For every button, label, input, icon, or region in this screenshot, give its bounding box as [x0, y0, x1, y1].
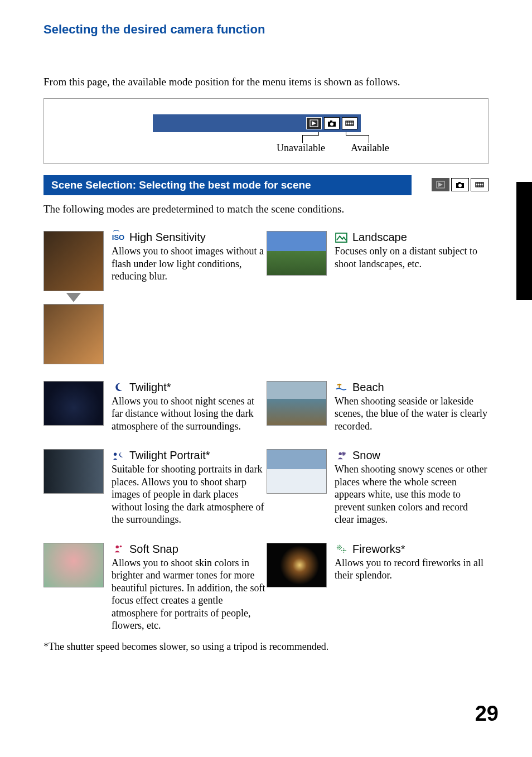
svg-point-24 [114, 452, 117, 455]
scene-fireworks: Fireworks* Allows you to record firework… [267, 543, 490, 632]
scene-description: When shooting seaside or lakeside scenes… [335, 395, 490, 433]
page-number: 29 [475, 702, 499, 726]
svg-line-37 [337, 546, 338, 546]
playback-mode-icon [306, 117, 322, 129]
scene-thumbnail [43, 543, 104, 587]
iso-icon: ⌒ISO [112, 232, 125, 243]
scene-thumbnail [43, 304, 104, 364]
section-subtitle: The following modes are predetermined to… [43, 203, 489, 215]
camera-mode-icon [451, 178, 469, 191]
scene-thumbnail [267, 543, 327, 587]
svg-point-32 [339, 547, 340, 548]
scene-description: Allows you to shoot skin colors in brigh… [112, 557, 267, 632]
beach-icon [335, 382, 348, 393]
scene-description: Allows you to shoot night scenes at far … [112, 395, 267, 433]
svg-rect-14 [458, 182, 461, 184]
footnote: *The shutter speed becomes slower, so us… [43, 641, 489, 653]
scene-thumbnail [267, 449, 327, 494]
svg-point-4 [330, 123, 333, 126]
scene-description: Suitable for shooting portraits in dark … [112, 463, 267, 526]
scene-snow: Snow When shooting snowy scenes or other… [267, 449, 490, 526]
section-mode-icons [432, 177, 489, 192]
svg-point-41 [344, 550, 345, 551]
svg-point-30 [116, 546, 119, 548]
landscape-icon [335, 232, 348, 243]
scene-thumbnail [267, 231, 327, 276]
svg-rect-3 [330, 120, 332, 122]
scene-description: Allows you to shoot images without a fla… [112, 245, 267, 283]
scene-landscape: Landscape Focuses only on a distant subj… [267, 231, 490, 364]
scene-beach: Beach When shooting seaside or lakeside … [267, 381, 490, 433]
twilight-portrait-icon [112, 450, 125, 461]
svg-point-15 [458, 184, 462, 187]
scene-title-text: Twilight Portrait* [129, 449, 210, 462]
unavailable-label: Unavailable [277, 142, 325, 154]
scene-thumbnail [267, 381, 327, 426]
scene-description: Allows you to record fireworks in all th… [335, 557, 490, 582]
available-label: Available [351, 142, 389, 154]
scene-title-text: Fireworks* [352, 543, 405, 556]
svg-line-40 [337, 548, 338, 549]
scene-title-text: Beach [352, 381, 384, 394]
scene-soft-snap: Soft Snap Allows you to shoot skin color… [43, 543, 267, 632]
movie-mode-icon [471, 178, 489, 191]
arrow-down-icon: ▼ [61, 292, 86, 302]
scene-description: When shooting snowy scenes or other plac… [335, 463, 490, 526]
scene-description: Focuses only on a distant subject to sho… [335, 245, 490, 270]
svg-line-38 [340, 548, 341, 549]
scene-title-text: Snow [352, 449, 380, 462]
fireworks-icon [335, 543, 348, 555]
svg-point-31 [120, 546, 122, 548]
scene-twilight-portrait: Twilight Portrait* Suitable for shooting… [43, 449, 267, 526]
moon-icon [112, 382, 125, 393]
scene-high-sensitivity: ▼ ⌒ISO High Sensitivity Allows you to sh… [43, 231, 267, 364]
svg-marker-0 [312, 121, 316, 126]
intro-text: From this page, the available mode posit… [43, 76, 489, 88]
mode-availability-diagram: Unavailable Available [43, 98, 489, 164]
svg-marker-11 [438, 182, 443, 187]
scene-thumbnail [43, 231, 104, 291]
scene-twilight: Twilight* Allows you to shoot night scen… [43, 381, 267, 433]
section-heading: Scene Selection: Selecting the best mode… [43, 175, 412, 195]
page-title: Selecting the desired camera function [43, 22, 489, 37]
scene-title-text: Soft Snap [129, 543, 178, 556]
svg-point-25 [339, 452, 342, 455]
svg-line-39 [340, 546, 341, 546]
scene-thumbnail [43, 449, 104, 494]
scene-title-text: Landscape [352, 231, 407, 244]
camera-mode-icon [324, 117, 340, 129]
movie-mode-icon [342, 117, 357, 129]
snow-icon [335, 450, 348, 461]
section-side-label: Advanced operations [516, 200, 532, 289]
scene-title-text: High Sensitivity [129, 231, 206, 244]
scene-thumbnail [43, 381, 104, 426]
scene-title-text: Twilight* [129, 381, 171, 394]
playback-mode-icon [432, 178, 449, 191]
soft-snap-icon [112, 543, 125, 555]
